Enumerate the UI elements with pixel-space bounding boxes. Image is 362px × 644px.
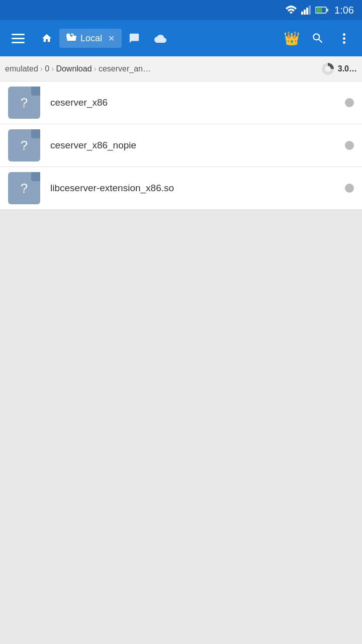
file-more-button-1[interactable] — [345, 98, 354, 107]
more-vert-icon — [343, 33, 345, 44]
cloud-tab[interactable] — [147, 30, 174, 47]
nav-tabs: Local ✕ — [34, 29, 276, 48]
breadcrumb-emulated[interactable]: emulated — [5, 64, 38, 73]
storage-text: 3.0… — [338, 64, 357, 73]
file-name-2: ceserver_x86_nopie — [50, 140, 345, 151]
file-icon-box-1: ? — [8, 87, 40, 119]
local-tab[interactable]: Local ✕ — [59, 29, 122, 48]
home-icon — [41, 33, 52, 44]
file-list: ? ceserver_x86 ? ceserver_x86_nopie ? li… — [0, 82, 362, 210]
hamburger-line-2 — [12, 38, 25, 39]
wifi-icon — [285, 6, 297, 15]
unknown-file-icon-1: ? — [21, 95, 28, 111]
crown-icon: 👑 — [284, 31, 300, 46]
empty-area — [0, 210, 362, 592]
file-row-ceserver-x86-nopie[interactable]: ? ceserver_x86_nopie — [0, 124, 362, 167]
chat-icon — [129, 33, 140, 44]
svg-rect-5 — [326, 9, 328, 12]
cloud-icon — [154, 34, 167, 43]
svg-rect-2 — [306, 8, 308, 15]
hamburger-line-1 — [12, 34, 25, 35]
file-more-button-3[interactable] — [345, 184, 354, 193]
file-more-button-2[interactable] — [345, 141, 354, 150]
svg-rect-1 — [304, 10, 306, 15]
local-tab-label: Local — [80, 33, 102, 44]
status-icons: 1:06 — [285, 5, 354, 16]
svg-rect-0 — [301, 12, 303, 15]
file-name-1: ceserver_x86 — [50, 97, 345, 108]
breadcrumb-download[interactable]: Download — [56, 64, 92, 73]
unknown-file-icon-3: ? — [21, 181, 28, 196]
battery-icon — [315, 6, 328, 14]
storage-badge: 3.0… — [321, 62, 357, 76]
unknown-file-icon-2: ? — [21, 138, 28, 153]
tab-close-icon[interactable]: ✕ — [108, 34, 115, 43]
svg-point-8 — [325, 66, 331, 72]
file-icon-box-3: ? — [8, 172, 40, 204]
file-row-libceserver-extension[interactable]: ? libceserver-extension_x86.so — [0, 167, 362, 210]
file-name-3: libceserver-extension_x86.so — [50, 183, 345, 194]
file-icon — [66, 33, 76, 44]
status-bar: 1:06 — [0, 0, 362, 20]
nav-bar: Local ✕ 👑 — [0, 20, 362, 56]
search-button[interactable] — [306, 26, 330, 50]
breadcrumb-arrow-3: › — [94, 64, 97, 73]
hamburger-line-3 — [12, 42, 25, 43]
svg-rect-3 — [309, 6, 311, 15]
home-tab[interactable] — [34, 29, 59, 48]
remote-tab[interactable] — [122, 29, 147, 48]
file-icon-box-2: ? — [8, 129, 40, 162]
search-icon — [311, 32, 324, 45]
status-time: 1:06 — [334, 5, 354, 16]
nav-right-actions: 👑 — [280, 26, 356, 50]
svg-rect-6 — [316, 8, 322, 13]
breadcrumb-0[interactable]: 0 — [45, 64, 49, 73]
signal-icon — [301, 6, 311, 15]
storage-chart-icon — [321, 62, 335, 76]
hamburger-menu-button[interactable] — [6, 26, 30, 50]
breadcrumb-bar: emulated › 0 › Download › ceserver_an… 3… — [0, 56, 362, 82]
breadcrumb-arrow-2: › — [51, 64, 54, 73]
breadcrumb-ceserver[interactable]: ceserver_an… — [99, 64, 151, 73]
more-options-button[interactable] — [332, 26, 356, 50]
file-row-ceserver-x86[interactable]: ? ceserver_x86 — [0, 82, 362, 124]
breadcrumb-arrow-1: › — [40, 64, 43, 73]
crown-button[interactable]: 👑 — [280, 26, 304, 50]
